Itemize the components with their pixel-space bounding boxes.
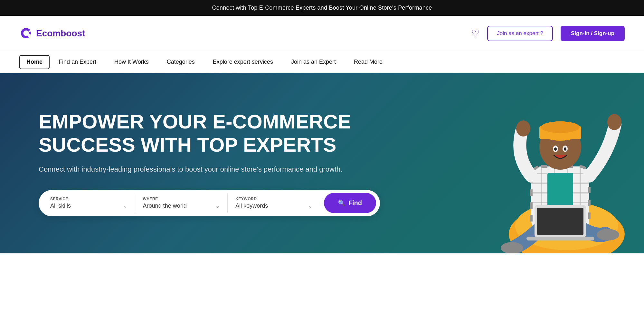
- hero-title: EMPOWER YOUR E-COMMERCE SUCCESS WITH TOP…: [39, 110, 393, 156]
- search-bar: SERVICE All skills ⌄ WHERE Around the wo…: [39, 190, 380, 216]
- service-group: SERVICE All skills ⌄: [43, 193, 135, 213]
- nav: Home Find an Expert How It Works Categor…: [0, 51, 644, 73]
- heart-icon[interactable]: ♡: [471, 28, 479, 39]
- hero-subtitle: Connect with industry-leading profession…: [39, 164, 393, 174]
- nav-item-join-as-expert[interactable]: Join as an Expert: [282, 51, 345, 73]
- svg-rect-26: [537, 208, 583, 235]
- service-value: All skills: [50, 203, 71, 209]
- keyword-group: KEYWORD All keywords ⌄: [228, 193, 320, 213]
- header: Ecomboost ♡ Join as an expert ? Sign-in …: [0, 16, 644, 51]
- where-chevron-down-icon: ⌄: [215, 203, 220, 209]
- join-as-expert-button[interactable]: Join as an expert ?: [487, 26, 553, 41]
- where-label: WHERE: [143, 197, 220, 201]
- svg-point-21: [516, 120, 530, 137]
- svg-point-22: [607, 114, 621, 130]
- where-value: Around the world: [143, 203, 187, 209]
- service-label: SERVICE: [50, 197, 127, 201]
- nav-item-find-expert[interactable]: Find an Expert: [50, 51, 105, 73]
- svg-point-23: [501, 242, 523, 253]
- keyword-chevron-down-icon: ⌄: [308, 203, 312, 209]
- service-select[interactable]: All skills ⌄: [50, 203, 127, 209]
- hero-section: EMPOWER YOUR E-COMMERCE SUCCESS WITH TOP…: [0, 73, 644, 253]
- header-right: ♡ Join as an expert ? Sign-in / Sign-up: [471, 26, 625, 41]
- nav-item-how-it-works[interactable]: How It Works: [105, 51, 158, 73]
- hero-content: EMPOWER YOUR E-COMMERCE SUCCESS WITH TOP…: [39, 110, 393, 216]
- person-svg: [457, 80, 625, 253]
- keyword-select[interactable]: All keywords ⌄: [235, 203, 312, 209]
- logo-icon: [19, 27, 33, 40]
- svg-rect-27: [526, 237, 594, 240]
- find-button-label: Find: [348, 199, 362, 207]
- where-select[interactable]: Around the world ⌄: [143, 203, 220, 209]
- search-icon: 🔍: [338, 200, 345, 207]
- svg-point-19: [554, 147, 557, 151]
- signin-signup-button[interactable]: Sign-in / Sign-up: [561, 26, 625, 41]
- logo[interactable]: Ecomboost: [19, 27, 85, 40]
- banner-text: Connect with Top E-Commerce Experts and …: [212, 5, 432, 11]
- nav-item-categories[interactable]: Categories: [158, 51, 204, 73]
- svg-point-24: [597, 229, 619, 240]
- find-button[interactable]: 🔍 Find: [324, 193, 376, 213]
- logo-text: Ecomboost: [36, 28, 85, 39]
- where-group: WHERE Around the world ⌄: [135, 193, 228, 213]
- top-banner: Connect with Top E-Commerce Experts and …: [0, 0, 644, 16]
- nav-item-explore-expert-services[interactable]: Explore expert services: [204, 51, 282, 73]
- hero-person-illustration: [457, 80, 625, 253]
- service-chevron-down-icon: ⌄: [123, 203, 127, 209]
- nav-item-home[interactable]: Home: [19, 55, 50, 69]
- nav-item-read-more[interactable]: Read More: [345, 51, 392, 73]
- keyword-label: KEYWORD: [235, 197, 312, 201]
- svg-point-20: [564, 147, 566, 151]
- keyword-value: All keywords: [235, 203, 268, 209]
- svg-point-16: [541, 121, 580, 133]
